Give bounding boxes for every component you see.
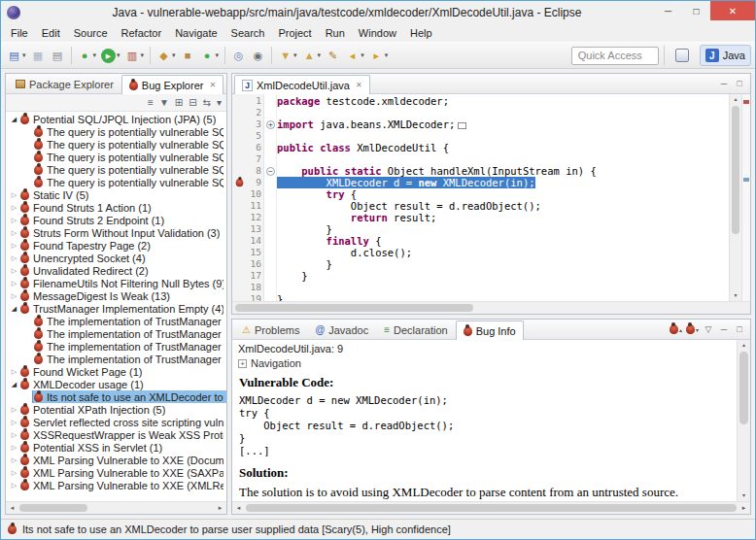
menu-file[interactable]: File [4, 25, 35, 41]
fold-expand-icon[interactable]: + [266, 120, 275, 129]
code-text[interactable]: } [277, 223, 332, 235]
scrollbar-thumb[interactable] [19, 504, 87, 512]
expand-navigation-icon[interactable]: + [238, 359, 247, 368]
restore-window-button[interactable]: □ [682, 1, 710, 20]
menu-project[interactable]: Project [271, 25, 318, 41]
code-editor[interactable]: 1package testcode.xmldecoder;23+import j… [232, 94, 750, 301]
scroll-right-icon[interactable]: ▸ [738, 502, 750, 514]
tree-item[interactable]: Its not safe to use an XMLDecoder to pa [6, 390, 226, 403]
tree-item[interactable]: ▷Found Tapestry Page (2) [6, 239, 226, 252]
tree-item[interactable]: ▷XSSRequestWrapper is Weak XSS Protectio [6, 428, 226, 441]
menu-source[interactable]: Source [67, 25, 115, 41]
menu-refactor[interactable]: Refactor [115, 25, 169, 41]
quick-access-field[interactable]: Quick Access [571, 47, 659, 65]
tree-item[interactable]: The implementation of TrustManager is [6, 353, 226, 365]
code-text[interactable]: try { [277, 188, 357, 200]
dropdown-arrow-icon[interactable]: ▾ [117, 51, 120, 59]
collapsed-arrow-icon[interactable]: ▷ [9, 217, 19, 224]
menu-navigate[interactable]: Navigate [168, 25, 223, 41]
maximize-view-icon[interactable]: □ [734, 324, 745, 334]
tree-item[interactable]: ▷Struts Form Without Input Validation (3… [6, 226, 226, 239]
tree-item[interactable]: ◢XMLDecoder usage (1) [6, 378, 226, 390]
minimize-view-icon[interactable]: ─ [718, 79, 730, 88]
scroll-down-icon[interactable]: ▾ [738, 490, 750, 501]
tree-item[interactable]: The implementation of TrustManager is [6, 315, 226, 327]
selection-annotation-mark[interactable] [743, 178, 749, 182]
tree-item[interactable]: The implementation of TrustManager is [6, 327, 226, 340]
collapsed-arrow-icon[interactable]: ▷ [9, 254, 19, 262]
code-text[interactable]: Object result = d.readObject(); [277, 200, 541, 212]
debug-button[interactable]: ●▾ [76, 45, 99, 66]
menu-window[interactable]: Window [352, 25, 403, 41]
close-window-button[interactable]: ✕ [710, 1, 755, 20]
code-text[interactable]: } [277, 293, 283, 301]
code-text[interactable]: } [277, 258, 332, 270]
new-class-button[interactable]: ●▾ [198, 45, 222, 66]
tree-item[interactable]: ▷XML Parsing Vulnerable to XXE (Documen [6, 454, 226, 466]
code-text[interactable]: d.close(); [277, 247, 412, 258]
code-text[interactable]: public static Object handleXml(InputStre… [277, 165, 597, 177]
fold-collapse-icon[interactable]: − [266, 167, 275, 176]
tree-item[interactable]: ▷Potential XSS in Servlet (1) [6, 441, 226, 454]
collapsed-arrow-icon[interactable]: ▷ [9, 431, 19, 439]
forward-button[interactable]: ▸▾ [367, 45, 391, 66]
dropdown-arrow-icon[interactable]: ▾ [22, 51, 26, 59]
tree-item[interactable]: ▷Potential XPath Injection (5) [6, 403, 226, 416]
menu-help[interactable]: Help [403, 25, 439, 41]
expanded-arrow-icon[interactable]: ◢ [9, 381, 19, 388]
new-wizard-button[interactable]: ▤▾ [5, 45, 28, 66]
tree-item[interactable]: The implementation of TrustManager is [6, 340, 226, 353]
expanded-arrow-icon[interactable]: ◢ [9, 305, 19, 313]
tree-item[interactable]: ▷XML Parsing Vulnerable to XXE (SAXParse… [6, 466, 226, 479]
tree-item[interactable]: ◢Potential SQL/JPQL Injection (JPA) (5) [6, 113, 226, 125]
scrollbar-thumb[interactable] [739, 352, 748, 424]
scroll-left-icon[interactable]: ◂ [6, 502, 18, 514]
tree-item[interactable]: The query is potentially vulnerable SQL, [6, 176, 226, 188]
search-button[interactable]: ◉ [249, 45, 267, 66]
menu-search[interactable]: Search [224, 25, 272, 41]
bug-info-horizontal-scrollbar[interactable]: ◂ ▸ [232, 501, 750, 514]
code-text[interactable]: return result; [277, 212, 436, 223]
minimize-view-icon[interactable]: ─ [718, 324, 730, 334]
collapsed-arrow-icon[interactable]: ▷ [9, 469, 19, 477]
new-java-project-button[interactable]: ◆▾ [155, 45, 178, 66]
tab-bug-info[interactable]: Bug Info [456, 321, 524, 340]
tab-declaration[interactable]: ≡Declaration [376, 320, 455, 339]
scroll-left-icon[interactable]: ◂ [232, 502, 245, 514]
code-text[interactable]: import java.beans.XMLDecoder; [277, 118, 466, 130]
previous-bug-button[interactable]: ▴ [670, 324, 682, 334]
dropdown-arrow-icon[interactable]: ▾ [93, 51, 97, 59]
open-type-button[interactable]: ◎ [229, 45, 248, 66]
code-text[interactable]: package testcode.xmldecoder; [277, 95, 449, 107]
expanded-arrow-icon[interactable]: ◢ [9, 116, 19, 123]
collapsed-arrow-icon[interactable]: ▷ [9, 292, 19, 300]
close-tab-icon[interactable]: ✕ [356, 81, 362, 89]
left-horizontal-scrollbar[interactable]: ◂ ▸ [6, 501, 226, 514]
print-button[interactable]: ▤ [49, 45, 67, 66]
menu-edit[interactable]: Edit [35, 25, 67, 41]
editor-tab-xmldecodeutil-java[interactable]: JXmlDecodeUtil.java✕ [234, 75, 370, 94]
dropdown-arrow-icon[interactable]: ▾ [172, 51, 176, 59]
scrollbar-thumb[interactable] [732, 106, 739, 234]
tree-item[interactable]: The query is potentially vulnerable SQL, [6, 138, 226, 151]
collapsed-arrow-icon[interactable]: ▷ [9, 229, 19, 237]
maximize-view-icon[interactable]: □ [734, 79, 745, 88]
coverage-button[interactable]: ▥▾ [123, 45, 147, 66]
tree-item[interactable]: ▷Found Struts 2 Endpoint (1) [6, 214, 226, 226]
tree-item[interactable]: ▷XML Parsing Vulnerable to XXE (XMLReade [6, 479, 226, 491]
scroll-up-icon[interactable]: ▴ [738, 340, 750, 351]
collapsed-arrow-icon[interactable]: ▷ [9, 482, 19, 489]
editor-vertical-scrollbar[interactable]: ▴ ▾ [729, 94, 741, 301]
tree-item[interactable]: ▷Static IV (5) [6, 188, 226, 201]
minimize-window-button[interactable]: ─ [654, 1, 682, 20]
collapsed-arrow-icon[interactable]: ▷ [9, 191, 19, 199]
collapsed-arrow-icon[interactable]: ▷ [9, 242, 19, 250]
navigation-section[interactable]: + Navigation [238, 357, 731, 369]
collapsed-arrow-icon[interactable]: ▷ [9, 444, 19, 452]
filter-icon[interactable]: ▼ [159, 98, 169, 108]
dropdown-arrow-icon[interactable]: ▾ [318, 51, 322, 59]
collapsed-region-icon[interactable] [458, 122, 466, 129]
scrollbar-thumb[interactable] [235, 304, 473, 312]
dropdown-arrow-icon[interactable]: ▾ [216, 51, 220, 59]
tree-item[interactable]: The query is potentially vulnerable SQL, [6, 151, 226, 163]
